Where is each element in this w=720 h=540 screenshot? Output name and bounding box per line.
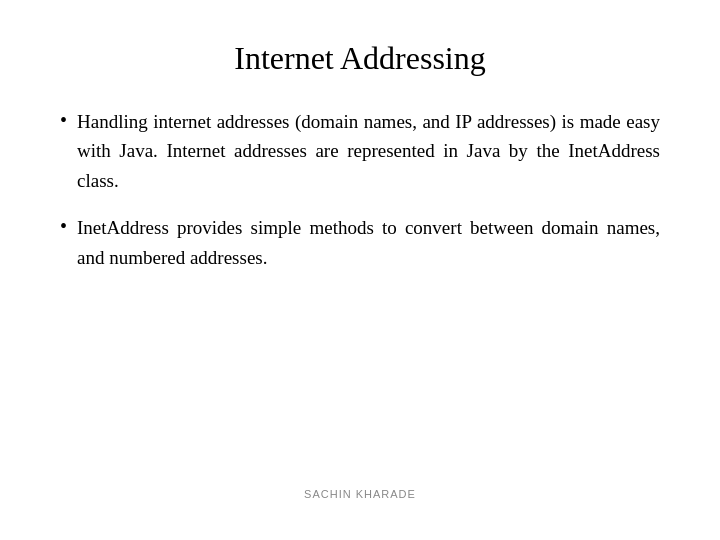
- bullet-symbol-1: •: [60, 109, 67, 132]
- bullet-text-2: InetAddress provides simple methods to c…: [77, 213, 660, 272]
- bullet-item-1: • Handling internet addresses (domain na…: [60, 107, 660, 195]
- slide-content: • Handling internet addresses (domain na…: [50, 107, 670, 488]
- bullet-item-2: • InetAddress provides simple methods to…: [60, 213, 660, 272]
- slide-container: Internet Addressing • Handling internet …: [0, 0, 720, 540]
- footer-text: SACHIN KHARADE: [50, 488, 670, 510]
- bullet-symbol-2: •: [60, 215, 67, 238]
- slide-title: Internet Addressing: [50, 40, 670, 77]
- bullet-text-1: Handling internet addresses (domain name…: [77, 107, 660, 195]
